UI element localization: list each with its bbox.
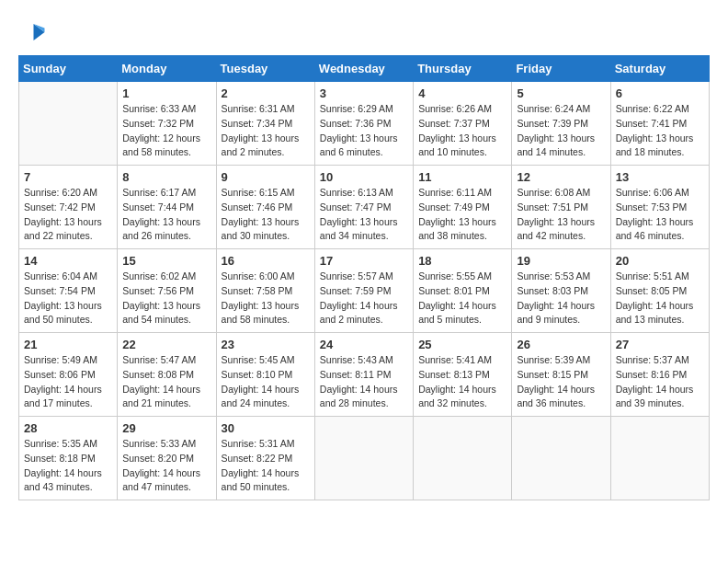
weekday-header: Wednesday	[314, 56, 413, 82]
weekday-header: Friday	[512, 56, 610, 82]
calendar-week-row: 14Sunrise: 6:04 AMSunset: 7:54 PMDayligh…	[19, 249, 710, 333]
weekday-header-row: SundayMondayTuesdayWednesdayThursdayFrid…	[19, 56, 710, 82]
page-header	[18, 18, 710, 46]
day-info: Sunrise: 5:43 AMSunset: 8:11 PMDaylight:…	[320, 353, 408, 411]
calendar-cell: 23Sunrise: 5:45 AMSunset: 8:10 PMDayligh…	[216, 333, 314, 417]
weekday-header: Tuesday	[216, 56, 314, 82]
calendar-cell: 11Sunrise: 6:11 AMSunset: 7:49 PMDayligh…	[414, 166, 512, 249]
calendar-cell	[314, 417, 413, 500]
calendar-cell: 26Sunrise: 5:39 AMSunset: 8:15 PMDayligh…	[512, 333, 610, 417]
day-info: Sunrise: 6:08 AMSunset: 7:51 PMDaylight:…	[517, 186, 605, 244]
day-number: 25	[418, 338, 506, 351]
calendar-cell: 7Sunrise: 6:20 AMSunset: 7:42 PMDaylight…	[19, 166, 118, 249]
calendar-cell: 18Sunrise: 5:55 AMSunset: 8:01 PMDayligh…	[414, 249, 512, 333]
day-number: 14	[24, 254, 112, 268]
day-number: 6	[616, 86, 704, 100]
calendar-cell: 9Sunrise: 6:15 AMSunset: 7:46 PMDaylight…	[216, 166, 314, 249]
calendar-cell: 20Sunrise: 5:51 AMSunset: 8:05 PMDayligh…	[610, 249, 709, 333]
day-number: 12	[517, 170, 605, 184]
logo-icon	[18, 18, 46, 46]
calendar-cell: 21Sunrise: 5:49 AMSunset: 8:06 PMDayligh…	[19, 333, 118, 417]
calendar-cell: 25Sunrise: 5:41 AMSunset: 8:13 PMDayligh…	[414, 333, 512, 417]
calendar-cell: 15Sunrise: 6:02 AMSunset: 7:56 PMDayligh…	[118, 249, 216, 333]
day-number: 10	[320, 170, 408, 184]
calendar-cell: 14Sunrise: 6:04 AMSunset: 7:54 PMDayligh…	[19, 249, 118, 333]
calendar-cell	[512, 417, 610, 500]
calendar-cell: 10Sunrise: 6:13 AMSunset: 7:47 PMDayligh…	[314, 166, 413, 249]
day-info: Sunrise: 6:02 AMSunset: 7:56 PMDaylight:…	[122, 270, 210, 327]
day-info: Sunrise: 6:13 AMSunset: 7:47 PMDaylight:…	[320, 186, 408, 244]
calendar-cell: 27Sunrise: 5:37 AMSunset: 8:16 PMDayligh…	[610, 333, 709, 417]
day-number: 24	[320, 338, 408, 351]
day-info: Sunrise: 5:55 AMSunset: 8:01 PMDaylight:…	[418, 270, 506, 327]
day-number: 8	[122, 170, 210, 184]
day-info: Sunrise: 6:29 AMSunset: 7:36 PMDaylight:…	[320, 102, 408, 160]
day-info: Sunrise: 6:04 AMSunset: 7:54 PMDaylight:…	[24, 270, 112, 327]
calendar-cell: 22Sunrise: 5:47 AMSunset: 8:08 PMDayligh…	[118, 333, 216, 417]
day-number: 15	[122, 254, 210, 268]
calendar-cell: 12Sunrise: 6:08 AMSunset: 7:51 PMDayligh…	[512, 166, 610, 249]
day-number: 27	[616, 338, 704, 351]
calendar-cell: 29Sunrise: 5:33 AMSunset: 8:20 PMDayligh…	[118, 417, 216, 500]
day-info: Sunrise: 5:31 AMSunset: 8:22 PMDaylight:…	[222, 437, 310, 495]
day-info: Sunrise: 5:47 AMSunset: 8:08 PMDaylight:…	[122, 353, 210, 411]
day-info: Sunrise: 5:51 AMSunset: 8:05 PMDaylight:…	[616, 270, 704, 327]
weekday-header: Thursday	[414, 56, 512, 82]
day-info: Sunrise: 5:49 AMSunset: 8:06 PMDaylight:…	[24, 353, 112, 411]
day-number: 18	[418, 254, 506, 268]
day-info: Sunrise: 5:37 AMSunset: 8:16 PMDaylight:…	[616, 353, 704, 411]
calendar-cell: 1Sunrise: 6:33 AMSunset: 7:32 PMDaylight…	[118, 82, 216, 166]
day-info: Sunrise: 5:53 AMSunset: 8:03 PMDaylight:…	[517, 270, 605, 327]
day-info: Sunrise: 5:41 AMSunset: 8:13 PMDaylight:…	[418, 353, 506, 411]
day-info: Sunrise: 5:35 AMSunset: 8:18 PMDaylight:…	[24, 437, 112, 495]
day-number: 1	[122, 86, 210, 100]
day-number: 13	[616, 170, 704, 184]
day-info: Sunrise: 6:24 AMSunset: 7:39 PMDaylight:…	[517, 102, 605, 160]
calendar-table: SundayMondayTuesdayWednesdayThursdayFrid…	[18, 55, 710, 500]
day-number: 26	[517, 338, 605, 351]
day-number: 5	[517, 86, 605, 100]
calendar-week-row: 28Sunrise: 5:35 AMSunset: 8:18 PMDayligh…	[19, 417, 710, 500]
day-info: Sunrise: 5:39 AMSunset: 8:15 PMDaylight:…	[517, 353, 605, 411]
day-info: Sunrise: 6:06 AMSunset: 7:53 PMDaylight:…	[616, 186, 704, 244]
weekday-header: Saturday	[610, 56, 709, 82]
day-number: 28	[24, 421, 112, 435]
logo	[18, 18, 50, 46]
calendar-cell: 4Sunrise: 6:26 AMSunset: 7:37 PMDaylight…	[414, 82, 512, 166]
calendar-week-row: 21Sunrise: 5:49 AMSunset: 8:06 PMDayligh…	[19, 333, 710, 417]
day-number: 16	[222, 254, 310, 268]
day-number: 4	[418, 86, 506, 100]
calendar-cell: 19Sunrise: 5:53 AMSunset: 8:03 PMDayligh…	[512, 249, 610, 333]
weekday-header: Sunday	[19, 56, 118, 82]
day-number: 11	[418, 170, 506, 184]
day-number: 22	[122, 338, 210, 351]
day-number: 9	[222, 170, 310, 184]
day-info: Sunrise: 5:33 AMSunset: 8:20 PMDaylight:…	[122, 437, 210, 495]
day-number: 23	[222, 338, 310, 351]
day-number: 21	[24, 338, 112, 351]
day-info: Sunrise: 6:31 AMSunset: 7:34 PMDaylight:…	[222, 102, 310, 160]
calendar-cell: 28Sunrise: 5:35 AMSunset: 8:18 PMDayligh…	[19, 417, 118, 500]
day-number: 30	[222, 421, 310, 435]
day-info: Sunrise: 6:15 AMSunset: 7:46 PMDaylight:…	[222, 186, 310, 244]
day-number: 20	[616, 254, 704, 268]
calendar-cell	[19, 82, 118, 166]
day-number: 2	[222, 86, 310, 100]
calendar-cell: 17Sunrise: 5:57 AMSunset: 7:59 PMDayligh…	[314, 249, 413, 333]
day-info: Sunrise: 6:26 AMSunset: 7:37 PMDaylight:…	[418, 102, 506, 160]
day-number: 29	[122, 421, 210, 435]
calendar-cell: 2Sunrise: 6:31 AMSunset: 7:34 PMDaylight…	[216, 82, 314, 166]
calendar-cell: 6Sunrise: 6:22 AMSunset: 7:41 PMDaylight…	[610, 82, 709, 166]
calendar-cell: 16Sunrise: 6:00 AMSunset: 7:58 PMDayligh…	[216, 249, 314, 333]
day-info: Sunrise: 6:33 AMSunset: 7:32 PMDaylight:…	[122, 102, 210, 160]
day-info: Sunrise: 5:57 AMSunset: 7:59 PMDaylight:…	[320, 270, 408, 327]
weekday-header: Monday	[118, 56, 216, 82]
day-info: Sunrise: 6:20 AMSunset: 7:42 PMDaylight:…	[24, 186, 112, 244]
calendar-cell: 8Sunrise: 6:17 AMSunset: 7:44 PMDaylight…	[118, 166, 216, 249]
calendar-cell	[414, 417, 512, 500]
calendar-week-row: 7Sunrise: 6:20 AMSunset: 7:42 PMDaylight…	[19, 166, 710, 249]
day-number: 17	[320, 254, 408, 268]
calendar-cell: 3Sunrise: 6:29 AMSunset: 7:36 PMDaylight…	[314, 82, 413, 166]
calendar-cell	[610, 417, 709, 500]
calendar-cell: 13Sunrise: 6:06 AMSunset: 7:53 PMDayligh…	[610, 166, 709, 249]
